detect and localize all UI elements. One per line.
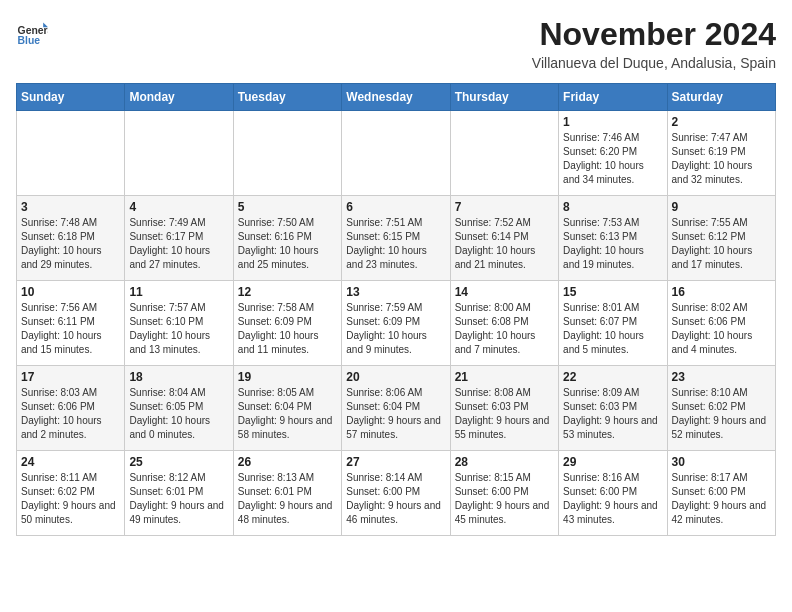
day-number: 10	[21, 285, 120, 299]
calendar-cell: 16Sunrise: 8:02 AM Sunset: 6:06 PM Dayli…	[667, 281, 775, 366]
day-number: 1	[563, 115, 662, 129]
calendar-cell: 10Sunrise: 7:56 AM Sunset: 6:11 PM Dayli…	[17, 281, 125, 366]
calendar-header-row: SundayMondayTuesdayWednesdayThursdayFrid…	[17, 84, 776, 111]
calendar-week-row: 24Sunrise: 8:11 AM Sunset: 6:02 PM Dayli…	[17, 451, 776, 536]
day-number: 27	[346, 455, 445, 469]
calendar-cell: 11Sunrise: 7:57 AM Sunset: 6:10 PM Dayli…	[125, 281, 233, 366]
day-number: 29	[563, 455, 662, 469]
calendar-cell: 5Sunrise: 7:50 AM Sunset: 6:16 PM Daylig…	[233, 196, 341, 281]
calendar-cell: 2Sunrise: 7:47 AM Sunset: 6:19 PM Daylig…	[667, 111, 775, 196]
calendar-cell: 18Sunrise: 8:04 AM Sunset: 6:05 PM Dayli…	[125, 366, 233, 451]
day-info: Sunrise: 8:10 AM Sunset: 6:02 PM Dayligh…	[672, 386, 771, 442]
calendar-cell: 22Sunrise: 8:09 AM Sunset: 6:03 PM Dayli…	[559, 366, 667, 451]
day-number: 20	[346, 370, 445, 384]
day-info: Sunrise: 8:01 AM Sunset: 6:07 PM Dayligh…	[563, 301, 662, 357]
calendar-cell	[233, 111, 341, 196]
calendar-cell: 3Sunrise: 7:48 AM Sunset: 6:18 PM Daylig…	[17, 196, 125, 281]
day-number: 21	[455, 370, 554, 384]
calendar-cell: 23Sunrise: 8:10 AM Sunset: 6:02 PM Dayli…	[667, 366, 775, 451]
day-info: Sunrise: 8:00 AM Sunset: 6:08 PM Dayligh…	[455, 301, 554, 357]
day-number: 18	[129, 370, 228, 384]
calendar-cell: 26Sunrise: 8:13 AM Sunset: 6:01 PM Dayli…	[233, 451, 341, 536]
day-info: Sunrise: 7:52 AM Sunset: 6:14 PM Dayligh…	[455, 216, 554, 272]
day-info: Sunrise: 8:02 AM Sunset: 6:06 PM Dayligh…	[672, 301, 771, 357]
day-number: 12	[238, 285, 337, 299]
day-info: Sunrise: 8:16 AM Sunset: 6:00 PM Dayligh…	[563, 471, 662, 527]
day-info: Sunrise: 7:47 AM Sunset: 6:19 PM Dayligh…	[672, 131, 771, 187]
day-number: 24	[21, 455, 120, 469]
calendar-cell: 17Sunrise: 8:03 AM Sunset: 6:06 PM Dayli…	[17, 366, 125, 451]
day-info: Sunrise: 7:58 AM Sunset: 6:09 PM Dayligh…	[238, 301, 337, 357]
day-number: 2	[672, 115, 771, 129]
calendar-cell: 30Sunrise: 8:17 AM Sunset: 6:00 PM Dayli…	[667, 451, 775, 536]
day-info: Sunrise: 7:55 AM Sunset: 6:12 PM Dayligh…	[672, 216, 771, 272]
day-info: Sunrise: 8:14 AM Sunset: 6:00 PM Dayligh…	[346, 471, 445, 527]
day-info: Sunrise: 7:46 AM Sunset: 6:20 PM Dayligh…	[563, 131, 662, 187]
calendar-cell: 14Sunrise: 8:00 AM Sunset: 6:08 PM Dayli…	[450, 281, 558, 366]
day-info: Sunrise: 8:09 AM Sunset: 6:03 PM Dayligh…	[563, 386, 662, 442]
logo: General Blue	[16, 16, 48, 48]
calendar-cell	[125, 111, 233, 196]
weekday-header: Friday	[559, 84, 667, 111]
day-number: 30	[672, 455, 771, 469]
calendar-cell: 7Sunrise: 7:52 AM Sunset: 6:14 PM Daylig…	[450, 196, 558, 281]
day-number: 28	[455, 455, 554, 469]
weekday-header: Sunday	[17, 84, 125, 111]
weekday-header: Tuesday	[233, 84, 341, 111]
day-number: 23	[672, 370, 771, 384]
day-info: Sunrise: 8:15 AM Sunset: 6:00 PM Dayligh…	[455, 471, 554, 527]
calendar-cell: 8Sunrise: 7:53 AM Sunset: 6:13 PM Daylig…	[559, 196, 667, 281]
day-number: 13	[346, 285, 445, 299]
calendar-cell: 9Sunrise: 7:55 AM Sunset: 6:12 PM Daylig…	[667, 196, 775, 281]
day-info: Sunrise: 8:12 AM Sunset: 6:01 PM Dayligh…	[129, 471, 228, 527]
calendar-cell: 28Sunrise: 8:15 AM Sunset: 6:00 PM Dayli…	[450, 451, 558, 536]
calendar-cell	[17, 111, 125, 196]
day-info: Sunrise: 7:49 AM Sunset: 6:17 PM Dayligh…	[129, 216, 228, 272]
day-info: Sunrise: 7:53 AM Sunset: 6:13 PM Dayligh…	[563, 216, 662, 272]
logo-icon: General Blue	[16, 16, 48, 48]
day-number: 3	[21, 200, 120, 214]
day-info: Sunrise: 8:04 AM Sunset: 6:05 PM Dayligh…	[129, 386, 228, 442]
day-info: Sunrise: 7:48 AM Sunset: 6:18 PM Dayligh…	[21, 216, 120, 272]
calendar-week-row: 1Sunrise: 7:46 AM Sunset: 6:20 PM Daylig…	[17, 111, 776, 196]
day-number: 26	[238, 455, 337, 469]
day-info: Sunrise: 7:51 AM Sunset: 6:15 PM Dayligh…	[346, 216, 445, 272]
calendar-cell: 25Sunrise: 8:12 AM Sunset: 6:01 PM Dayli…	[125, 451, 233, 536]
calendar-cell: 29Sunrise: 8:16 AM Sunset: 6:00 PM Dayli…	[559, 451, 667, 536]
day-info: Sunrise: 8:17 AM Sunset: 6:00 PM Dayligh…	[672, 471, 771, 527]
month-year: November 2024	[532, 16, 776, 53]
weekday-header: Monday	[125, 84, 233, 111]
location: Villanueva del Duque, Andalusia, Spain	[532, 55, 776, 71]
day-info: Sunrise: 7:56 AM Sunset: 6:11 PM Dayligh…	[21, 301, 120, 357]
day-info: Sunrise: 8:05 AM Sunset: 6:04 PM Dayligh…	[238, 386, 337, 442]
calendar-cell: 20Sunrise: 8:06 AM Sunset: 6:04 PM Dayli…	[342, 366, 450, 451]
calendar-table: SundayMondayTuesdayWednesdayThursdayFrid…	[16, 83, 776, 536]
day-number: 15	[563, 285, 662, 299]
calendar-cell: 12Sunrise: 7:58 AM Sunset: 6:09 PM Dayli…	[233, 281, 341, 366]
day-number: 8	[563, 200, 662, 214]
day-number: 16	[672, 285, 771, 299]
calendar-cell: 15Sunrise: 8:01 AM Sunset: 6:07 PM Dayli…	[559, 281, 667, 366]
weekday-header: Thursday	[450, 84, 558, 111]
calendar-cell: 13Sunrise: 7:59 AM Sunset: 6:09 PM Dayli…	[342, 281, 450, 366]
calendar-cell: 27Sunrise: 8:14 AM Sunset: 6:00 PM Dayli…	[342, 451, 450, 536]
calendar-cell	[342, 111, 450, 196]
svg-text:Blue: Blue	[18, 35, 41, 46]
weekday-header: Saturday	[667, 84, 775, 111]
page-header: General Blue November 2024 Villanueva de…	[16, 16, 776, 71]
day-info: Sunrise: 8:03 AM Sunset: 6:06 PM Dayligh…	[21, 386, 120, 442]
day-number: 9	[672, 200, 771, 214]
calendar-week-row: 10Sunrise: 7:56 AM Sunset: 6:11 PM Dayli…	[17, 281, 776, 366]
calendar-cell	[450, 111, 558, 196]
calendar-cell: 21Sunrise: 8:08 AM Sunset: 6:03 PM Dayli…	[450, 366, 558, 451]
day-number: 17	[21, 370, 120, 384]
day-info: Sunrise: 8:06 AM Sunset: 6:04 PM Dayligh…	[346, 386, 445, 442]
day-number: 6	[346, 200, 445, 214]
calendar-cell: 24Sunrise: 8:11 AM Sunset: 6:02 PM Dayli…	[17, 451, 125, 536]
calendar-cell: 6Sunrise: 7:51 AM Sunset: 6:15 PM Daylig…	[342, 196, 450, 281]
day-number: 5	[238, 200, 337, 214]
calendar-cell: 4Sunrise: 7:49 AM Sunset: 6:17 PM Daylig…	[125, 196, 233, 281]
calendar-week-row: 17Sunrise: 8:03 AM Sunset: 6:06 PM Dayli…	[17, 366, 776, 451]
day-number: 25	[129, 455, 228, 469]
day-info: Sunrise: 8:13 AM Sunset: 6:01 PM Dayligh…	[238, 471, 337, 527]
